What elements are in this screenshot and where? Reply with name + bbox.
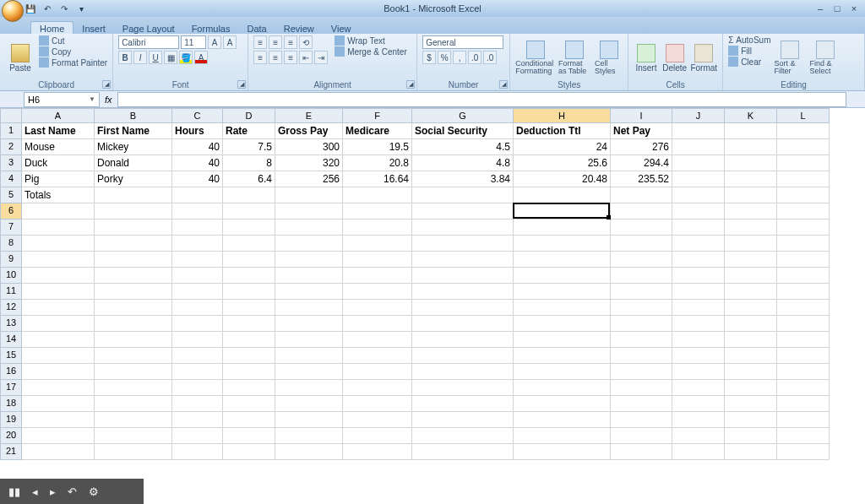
cell[interactable] bbox=[777, 332, 830, 348]
cell[interactable] bbox=[514, 268, 611, 284]
cell[interactable] bbox=[611, 316, 672, 332]
align-left-button[interactable]: ≡ bbox=[253, 51, 267, 64]
prev-icon[interactable]: ◂ bbox=[32, 485, 38, 498]
col-header-A[interactable]: A bbox=[22, 108, 95, 123]
cell[interactable] bbox=[725, 219, 777, 236]
font-color-button[interactable]: A bbox=[194, 51, 208, 64]
cell[interactable] bbox=[725, 203, 777, 219]
cell[interactable] bbox=[95, 396, 172, 412]
row-header-11[interactable]: 11 bbox=[0, 284, 22, 300]
cell[interactable]: Deduction Ttl bbox=[514, 123, 611, 139]
formula-input[interactable] bbox=[117, 92, 846, 107]
cell[interactable] bbox=[22, 203, 95, 219]
cell[interactable] bbox=[275, 364, 343, 380]
cell[interactable] bbox=[672, 187, 725, 203]
cell[interactable] bbox=[275, 219, 343, 236]
fx-button[interactable]: fx bbox=[105, 95, 112, 105]
cell[interactable] bbox=[725, 284, 777, 300]
align-center-button[interactable]: ≡ bbox=[269, 51, 282, 64]
row-header-8[interactable]: 8 bbox=[0, 236, 22, 252]
fill-color-button[interactable]: 🪣 bbox=[179, 51, 193, 64]
cell[interactable] bbox=[412, 203, 514, 219]
cell[interactable] bbox=[95, 444, 172, 460]
cell[interactable] bbox=[223, 444, 275, 460]
autosum-button[interactable]: ΣAutoSum bbox=[728, 35, 770, 45]
row-header-1[interactable]: 1 bbox=[0, 123, 22, 139]
decrease-decimal-button[interactable]: .0 bbox=[483, 51, 497, 64]
cell[interactable] bbox=[611, 236, 672, 252]
clipboard-launcher[interactable]: ◢ bbox=[102, 80, 111, 89]
restore-button[interactable]: □ bbox=[831, 3, 843, 14]
shrink-font-button[interactable]: A bbox=[223, 35, 237, 49]
cell[interactable] bbox=[343, 348, 412, 364]
cell[interactable] bbox=[514, 332, 611, 348]
indent-dec-button[interactable]: ⇤ bbox=[299, 51, 313, 64]
cell[interactable]: 16.64 bbox=[343, 171, 412, 187]
font-name-combo[interactable]: Calibri bbox=[118, 35, 179, 49]
cell[interactable] bbox=[343, 300, 412, 316]
column-headers[interactable]: ABCDEFGHIJKL bbox=[22, 108, 830, 123]
tab-formulas[interactable]: Formulas bbox=[183, 22, 239, 34]
tab-view[interactable]: View bbox=[323, 22, 360, 34]
cell[interactable] bbox=[611, 268, 672, 284]
sort-filter-button[interactable]: Sort & Filter bbox=[774, 35, 806, 80]
cell[interactable] bbox=[343, 284, 412, 300]
cell[interactable] bbox=[275, 396, 343, 412]
conditional-formatting-button[interactable]: Conditional Formatting bbox=[515, 35, 555, 80]
cell[interactable] bbox=[514, 444, 611, 460]
cell[interactable]: Mickey bbox=[95, 139, 172, 155]
cell[interactable] bbox=[672, 332, 725, 348]
cell[interactable]: Mouse bbox=[22, 139, 95, 155]
row-header-12[interactable]: 12 bbox=[0, 300, 22, 316]
cell[interactable] bbox=[22, 300, 95, 316]
cell[interactable] bbox=[777, 444, 830, 460]
cell[interactable] bbox=[412, 348, 514, 364]
italic-button[interactable]: I bbox=[133, 51, 147, 64]
cell[interactable] bbox=[172, 364, 223, 380]
copy-button[interactable]: Copy bbox=[39, 46, 107, 57]
align-middle-button[interactable]: ≡ bbox=[269, 35, 282, 49]
cell[interactable] bbox=[95, 284, 172, 300]
cell[interactable] bbox=[22, 236, 95, 252]
cell[interactable] bbox=[172, 252, 223, 268]
cell[interactable] bbox=[95, 219, 172, 236]
row-header-20[interactable]: 20 bbox=[0, 428, 22, 444]
cell[interactable]: Net Pay bbox=[611, 123, 672, 139]
cell[interactable] bbox=[223, 284, 275, 300]
cell[interactable] bbox=[275, 268, 343, 284]
align-right-button[interactable]: ≡ bbox=[284, 51, 297, 64]
cell[interactable] bbox=[172, 428, 223, 444]
cell[interactable] bbox=[611, 332, 672, 348]
cell[interactable] bbox=[275, 300, 343, 316]
row-header-3[interactable]: 3 bbox=[0, 155, 22, 171]
cell[interactable] bbox=[611, 412, 672, 428]
fill-button[interactable]: Fill bbox=[728, 46, 770, 56]
cell[interactable]: 24 bbox=[514, 139, 611, 155]
cell[interactable] bbox=[514, 300, 611, 316]
underline-button[interactable]: U bbox=[149, 51, 162, 64]
format-as-table-button[interactable]: Format as Table bbox=[558, 35, 591, 80]
cell[interactable] bbox=[514, 284, 611, 300]
cell[interactable]: 20.8 bbox=[343, 155, 412, 171]
cell[interactable] bbox=[672, 396, 725, 412]
cell[interactable] bbox=[22, 412, 95, 428]
grow-font-button[interactable]: A bbox=[208, 35, 221, 49]
cell[interactable] bbox=[343, 332, 412, 348]
cell[interactable] bbox=[611, 364, 672, 380]
cell[interactable] bbox=[22, 316, 95, 332]
alignment-launcher[interactable]: ◢ bbox=[406, 80, 415, 89]
cell[interactable] bbox=[611, 428, 672, 444]
cell[interactable] bbox=[343, 444, 412, 460]
align-top-button[interactable]: ≡ bbox=[253, 35, 267, 49]
cell[interactable] bbox=[223, 252, 275, 268]
cell[interactable]: 6.4 bbox=[223, 171, 275, 187]
cell[interactable] bbox=[95, 316, 172, 332]
cell[interactable] bbox=[275, 444, 343, 460]
align-bottom-button[interactable]: ≡ bbox=[284, 35, 297, 49]
col-header-C[interactable]: C bbox=[172, 108, 223, 123]
cell[interactable] bbox=[672, 236, 725, 252]
chevron-down-icon[interactable]: ▼ bbox=[89, 95, 95, 103]
cell[interactable] bbox=[343, 203, 412, 219]
cell[interactable]: 20.48 bbox=[514, 171, 611, 187]
cell[interactable] bbox=[777, 187, 830, 203]
